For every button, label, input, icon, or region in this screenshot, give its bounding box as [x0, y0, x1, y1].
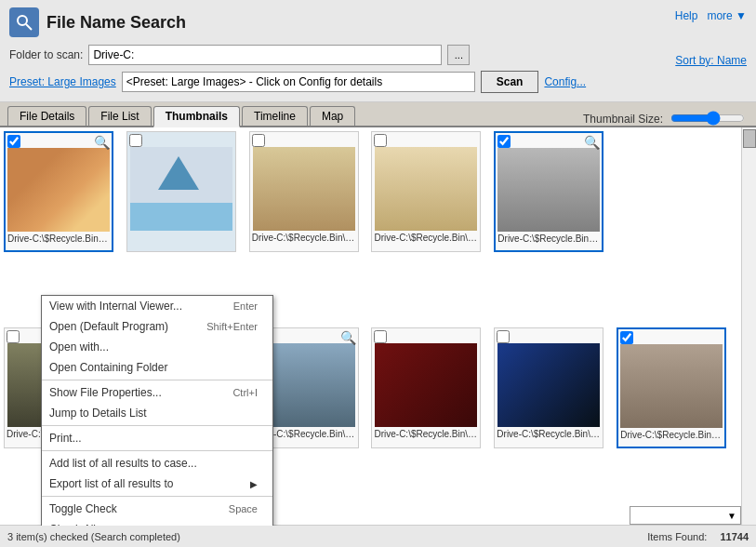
app-icon [9, 7, 39, 37]
separator [42, 496, 272, 497]
menu-file-props[interactable]: Show File Properties... Ctrl+I [42, 382, 272, 403]
tab-map[interactable]: Map [310, 106, 355, 126]
separator [42, 425, 272, 426]
context-menu-overlay: View with Internal Viewer... Enter Open … [0, 127, 756, 526]
sort-row: Sort by: Name [675, 54, 747, 67]
svg-point-0 [18, 16, 27, 25]
status-bar: 3 item(s) checked (Search completed) Ite… [0, 525, 756, 547]
main-content: 🔍 Drive-C:\$Recycle.Bin\S-... Drive-C:\$… [0, 127, 756, 526]
tab-file-details[interactable]: File Details [7, 106, 86, 126]
svg-line-1 [26, 24, 32, 30]
sort-link[interactable]: Sort by: Name [675, 54, 747, 67]
status-text: 3 item(s) checked (Search completed) [7, 531, 638, 542]
menu-print[interactable]: Print... [42, 428, 272, 448]
items-found-label: Items Found: [647, 531, 707, 542]
folder-label: Folder to scan: [9, 48, 83, 61]
help-link[interactable]: Help [675, 9, 698, 22]
menu-open-default[interactable]: Open (Default Program) Shift+Enter [42, 316, 272, 337]
config-link[interactable]: Config... [544, 75, 586, 88]
menu-toggle-check[interactable]: Toggle Check Space [42, 499, 272, 519]
menu-open-folder[interactable]: Open Containing Folder [42, 357, 272, 378]
tab-timeline[interactable]: Timeline [242, 106, 308, 126]
browse-button[interactable]: ... [447, 45, 470, 65]
menu-view-internal[interactable]: View with Internal Viewer... Enter [42, 296, 272, 316]
menu-jump-details[interactable]: Jump to Details List [42, 403, 272, 423]
thumbnail-size-slider[interactable] [670, 111, 745, 126]
menu-add-list[interactable]: Add list of all results to case... [42, 453, 272, 474]
tabs-bar: File Details File List Thumbnails Timeli… [0, 102, 756, 127]
context-menu[interactable]: View with Internal Viewer... Enter Open … [41, 295, 273, 526]
preset-label[interactable]: Preset: Large Images [9, 75, 116, 88]
separator [42, 380, 272, 380]
more-link[interactable]: more ▼ [707, 9, 747, 22]
preset-select[interactable] [122, 72, 475, 92]
tab-file-list[interactable]: File List [88, 106, 151, 126]
items-found-value: 11744 [720, 531, 749, 542]
app-title: File Name Search [46, 13, 186, 33]
top-bar: File Name Search Help more ▼ Folder to s… [0, 0, 756, 102]
folder-input[interactable] [88, 45, 442, 65]
menu-export-list[interactable]: Export list of all results to ▶ [42, 474, 272, 494]
thumbnail-size-label: Thumbnail Size: [583, 113, 663, 126]
tab-thumbnails[interactable]: Thumbnails [153, 106, 240, 127]
menu-check-all[interactable]: Check All Ctrl+A [42, 519, 272, 526]
menu-open-with[interactable]: Open with... [42, 337, 272, 357]
scan-button[interactable]: Scan [481, 71, 539, 93]
help-more[interactable]: Help more ▼ [675, 9, 747, 22]
separator [42, 450, 272, 451]
